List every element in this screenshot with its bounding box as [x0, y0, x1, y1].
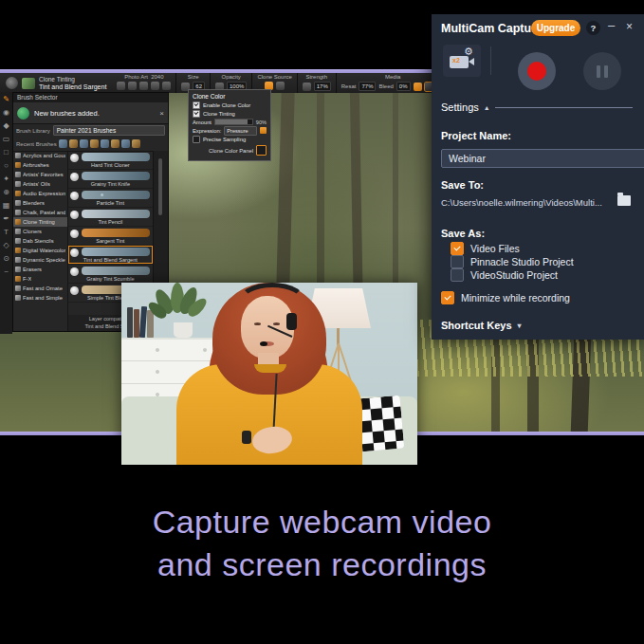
photo-art-group[interactable]: Photo Art 2040 [112, 73, 176, 93]
brush-category-item[interactable]: Clone Tinting [13, 217, 67, 227]
amount-slider[interactable] [214, 119, 253, 125]
recent-brush-icon[interactable] [101, 139, 109, 148]
brush-variant-item[interactable]: Tint and Blend Sargent [68, 246, 153, 265]
settings-label: Settings [441, 101, 479, 113]
scrollbar-thumb[interactable] [158, 158, 162, 215]
brush-category-item[interactable]: Fast and Simple [13, 293, 67, 303]
checkbox-icon[interactable] [451, 255, 464, 268]
collapse-triangle-icon: ▲ [484, 104, 490, 111]
media-dab-icon[interactable] [414, 83, 422, 91]
help-icon[interactable]: ? [586, 21, 600, 35]
resat-value[interactable]: 77% [359, 82, 376, 91]
checkbox-icon[interactable] [193, 110, 200, 118]
checkbox-icon[interactable] [451, 242, 464, 255]
pause-button[interactable] [583, 52, 621, 90]
caption-line-1: Capture webcam video [0, 501, 644, 543]
shortcut-keys-label: Shortcut Keys [441, 320, 512, 331]
brush-category-item[interactable]: Digital Watercolor [13, 246, 67, 255]
brush-category-item[interactable]: Cloners [13, 227, 67, 236]
brush-tool-icon[interactable]: ✎ [3, 95, 9, 103]
brush-category-item[interactable]: Dab Stencils [13, 236, 67, 246]
clone-color-panel-button[interactable]: Clone Color Panel [193, 145, 267, 156]
record-button[interactable] [518, 52, 556, 90]
marketing-image: Clone Tinting Tint and Blend Sargent Pho… [0, 0, 644, 644]
close-icon[interactable]: × [159, 109, 164, 118]
pen-tool-icon[interactable]: ✒ [3, 214, 9, 223]
text-tool-icon[interactable]: T [4, 228, 9, 236]
brush-category-item[interactable]: Dynamic Speckles [13, 255, 67, 265]
brush-category-item[interactable]: F-X [13, 274, 67, 284]
brush-category-item[interactable]: Artists' Favorites [13, 170, 67, 179]
upgrade-button[interactable]: Upgrade [531, 20, 580, 36]
brush-selector-title: Brush Selector [13, 93, 168, 102]
recent-brush-icon[interactable] [132, 139, 140, 148]
brush-variant-item[interactable]: Grainy Tint Knife [68, 170, 153, 189]
save-as-option[interactable]: Pinnacle Studio Project [451, 255, 574, 268]
strength-value[interactable]: 17% [314, 82, 331, 91]
expression-dropdown[interactable]: Pressure [224, 126, 257, 136]
stroke-icon[interactable] [162, 82, 171, 90]
settings-toggle[interactable]: Settings ▲ [441, 101, 633, 113]
save-as-option[interactable]: VideoStudio Project [451, 268, 558, 282]
magic-wand-tool-icon[interactable]: ✦ [3, 175, 9, 183]
clone-icon[interactable] [139, 82, 148, 90]
select-rect-tool-icon[interactable]: □ [4, 148, 9, 156]
recent-brush-icon[interactable] [121, 139, 130, 148]
recent-brush-icon[interactable] [69, 139, 78, 148]
brush-variant-item[interactable]: Hard Tint Cloner [68, 151, 153, 170]
expression-settings-icon[interactable] [260, 127, 267, 134]
shape-tool-icon[interactable]: ◇ [3, 241, 9, 249]
cursor-icon[interactable] [151, 82, 159, 90]
clone-brush-icon[interactable] [276, 82, 285, 90]
recent-brush-icon[interactable] [111, 139, 120, 148]
brush-category-item[interactable]: Audio Expression [13, 189, 67, 198]
fill-tool-icon[interactable]: ◆ [3, 121, 9, 130]
brush-variant-item[interactable]: Tint Pencil [68, 208, 153, 227]
brush-variant-item[interactable]: Grainy Tint Scumble [68, 265, 153, 284]
shortcut-keys-toggle[interactable]: Shortcut Keys ▾ [441, 320, 522, 331]
checkbox-icon[interactable] [451, 268, 464, 282]
current-brush-info[interactable]: Clone Tinting Tint and Blend Sargent [0, 73, 112, 93]
brush-variant-icon [70, 192, 79, 200]
auto-painting-icon[interactable] [117, 82, 125, 90]
transform-tool-icon[interactable]: ⊕ [3, 188, 9, 196]
brush-category-item[interactable]: Chalk, Pastel and Crayons [13, 208, 67, 217]
close-icon[interactable]: × [626, 20, 633, 33]
project-name-input[interactable] [441, 149, 644, 168]
recent-brush-icon[interactable] [59, 139, 67, 148]
precise-sampling-option[interactable]: Precise Sampling [193, 135, 267, 143]
checkbox-icon[interactable] [193, 136, 200, 143]
camera-source-button[interactable]: ⚙ x2 [443, 45, 481, 77]
bleed-value[interactable]: 0% [396, 82, 411, 91]
brush-category-item[interactable]: Acrylics and Gouache [13, 151, 67, 160]
checkbox-icon[interactable] [441, 291, 454, 304]
brush-library-dropdown[interactable]: Painter 2021 Brushes [53, 125, 165, 136]
minimize-icon[interactable]: – [608, 18, 615, 32]
strength-icon[interactable] [303, 83, 311, 91]
strength-group[interactable]: Strength 17% [298, 73, 337, 93]
checkbox-icon[interactable] [193, 101, 200, 109]
clone-color-option[interactable]: Clone Tinting [193, 109, 267, 118]
brush-category-item[interactable]: Erasers [13, 265, 67, 274]
brush-category-item[interactable]: Blenders [13, 198, 67, 208]
brush-variant-name: Tint and Blend Sargent [39, 83, 106, 91]
brush-category-item[interactable]: Airbrushes [13, 160, 67, 170]
brush-variant-item[interactable]: Particle Tint [68, 189, 153, 208]
lasso-tool-icon[interactable]: ○ [4, 161, 9, 170]
brush-category-item[interactable]: Fast and Ornate [13, 284, 67, 293]
brush-variant-item[interactable]: Sargent Tint [68, 227, 153, 246]
zoom-tool-icon[interactable]: ⊙ [3, 254, 9, 263]
crop-tool-icon[interactable]: ▦ [3, 201, 10, 210]
eraser-tool-icon[interactable]: ▭ [3, 135, 10, 143]
hand-tool-icon[interactable]: ~ [4, 267, 9, 276]
clone-color-option[interactable]: Enable Clone Color [193, 101, 267, 109]
save-as-label: Save As: [441, 228, 485, 239]
minimize-while-recording-option[interactable]: Minimize while recording [441, 291, 570, 304]
dropper-tool-icon[interactable]: ◉ [3, 108, 9, 117]
brush-category-item[interactable]: Artists' Oils [13, 179, 67, 189]
folder-icon[interactable] [617, 195, 631, 206]
recent-brush-icon[interactable] [90, 139, 99, 148]
recent-brush-icon[interactable] [80, 139, 88, 148]
save-as-option[interactable]: Video Files [451, 242, 520, 255]
restore-icon[interactable] [128, 82, 137, 90]
